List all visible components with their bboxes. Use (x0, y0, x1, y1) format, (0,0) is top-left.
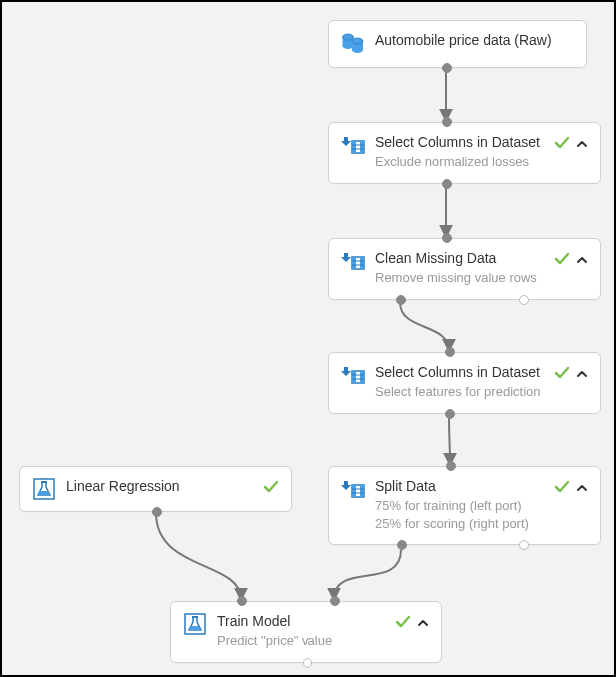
node-subtitle: Select features for prediction (375, 383, 544, 401)
svg-point-2 (343, 43, 354, 49)
svg-rect-10 (360, 141, 364, 153)
output-port-right[interactable] (519, 540, 529, 550)
dataset-icon (341, 31, 365, 55)
svg-rect-9 (352, 141, 356, 153)
checkmark-icon (554, 135, 570, 155)
svg-rect-31 (192, 616, 198, 618)
node-select-columns-2[interactable]: Select Columns in Dataset Select feature… (328, 352, 601, 414)
output-port-2[interactable] (519, 295, 529, 305)
input-port-right[interactable] (330, 596, 340, 606)
checkmark-icon (395, 614, 411, 634)
model-flask-icon (183, 612, 207, 636)
node-subtitle: Remove missing value rows (375, 269, 544, 287)
chevron-up-icon[interactable] (576, 366, 588, 384)
select-columns-icon (341, 133, 365, 157)
output-port-left[interactable] (397, 540, 407, 550)
svg-rect-20 (360, 371, 364, 383)
chevron-up-icon[interactable] (417, 615, 429, 633)
node-clean-missing-data[interactable]: Clean Missing Data Remove missing value … (328, 238, 601, 300)
node-subtitle: Exclude normalized losses (375, 153, 544, 171)
node-title: Select Columns in Dataset (375, 363, 544, 381)
node-title: Automobile price data (Raw) (375, 31, 574, 49)
output-port[interactable] (445, 409, 455, 419)
node-title: Split Data (375, 477, 544, 495)
input-port[interactable] (445, 347, 455, 357)
node-title: Clean Missing Data (375, 249, 544, 267)
chevron-up-icon[interactable] (576, 252, 588, 270)
svg-rect-24 (41, 481, 47, 483)
output-port[interactable] (442, 63, 452, 73)
connectors-layer (2, 2, 614, 675)
node-split-data[interactable]: Split Data 75% for training (left port) … (328, 466, 601, 545)
pipeline-canvas[interactable]: Automobile price data (Raw) Select Colum… (2, 2, 614, 675)
node-title: Select Columns in Dataset (375, 133, 544, 151)
checkmark-icon (554, 479, 570, 499)
node-select-columns-1[interactable]: Select Columns in Dataset Exclude normal… (328, 122, 601, 184)
svg-rect-27 (360, 485, 364, 497)
svg-rect-19 (352, 371, 356, 383)
node-title: Train Model (217, 612, 385, 630)
input-port-left[interactable] (237, 596, 247, 606)
node-train-model[interactable]: Train Model Predict "price" value (170, 601, 442, 663)
checkmark-icon (554, 251, 570, 271)
input-port[interactable] (446, 461, 456, 471)
select-columns-icon (341, 249, 365, 273)
node-title: Linear Regression (66, 477, 253, 495)
svg-point-6 (352, 47, 363, 53)
input-port[interactable] (442, 233, 452, 243)
checkmark-icon (263, 479, 279, 499)
select-columns-icon (341, 363, 365, 387)
output-port[interactable] (303, 658, 312, 668)
output-port[interactable] (152, 507, 162, 517)
output-port[interactable] (442, 179, 452, 189)
chevron-up-icon[interactable] (576, 136, 588, 154)
input-port[interactable] (442, 117, 452, 127)
checkmark-icon (554, 365, 570, 385)
svg-rect-15 (360, 257, 364, 269)
select-columns-icon (341, 477, 365, 501)
svg-rect-14 (352, 257, 356, 269)
model-flask-icon (32, 477, 56, 501)
node-data-source[interactable]: Automobile price data (Raw) (328, 20, 587, 68)
svg-rect-26 (352, 485, 356, 497)
chevron-up-icon[interactable] (576, 480, 588, 498)
node-linear-regression[interactable]: Linear Regression (19, 466, 292, 512)
node-subtitle: 75% for training (left port) 25% for sco… (375, 497, 544, 532)
output-port-1[interactable] (396, 295, 406, 305)
node-subtitle: Predict "price" value (217, 632, 385, 650)
